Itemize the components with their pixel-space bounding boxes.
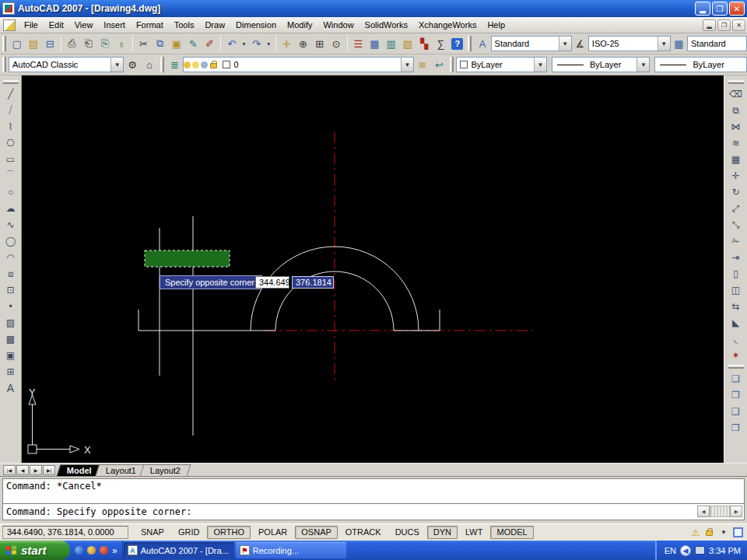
toolbar-grip[interactable] — [468, 36, 472, 51]
quick-launch-icon-1[interactable] — [75, 546, 83, 555]
undo-dropdown-button[interactable]: ▼ — [240, 35, 248, 52]
linetype-combobox[interactable]: ByLayer ▼ — [552, 57, 650, 72]
menu-tools[interactable]: Tools — [169, 18, 200, 32]
cut-button[interactable]: ✂ — [135, 35, 152, 52]
zoom-realtime-button[interactable]: ⊕ — [295, 35, 311, 52]
toolbar-grip[interactable] — [450, 57, 454, 72]
make-block-button[interactable]: ⊡ — [2, 282, 19, 298]
toolbar-grip[interactable] — [728, 80, 744, 84]
menu-solidworks[interactable]: SolidWorks — [359, 18, 413, 32]
dynamic-input-y[interactable]: 376.1814 — [292, 276, 334, 289]
toolbar-grip[interactable] — [728, 365, 744, 369]
trim-button[interactable]: ✁ — [727, 233, 745, 249]
network-icon[interactable] — [695, 546, 705, 555]
hide-icons-button[interactable]: ◀ — [680, 545, 691, 556]
3d-dwf-button[interactable]: ♁ — [113, 35, 129, 52]
line-button[interactable]: ╱ — [2, 86, 19, 102]
explode-button[interactable]: ✶ — [727, 347, 745, 363]
region-button[interactable]: ▣ — [2, 347, 19, 363]
scroll-left-button[interactable]: ◀ — [697, 506, 710, 517]
layer-properties-manager-button[interactable]: ≣ — [167, 56, 184, 73]
text-style-button[interactable]: A — [474, 35, 490, 52]
table-button[interactable]: ⊞ — [2, 363, 19, 380]
scroll-right-button[interactable]: ▶ — [730, 506, 742, 517]
dim-style-combobox[interactable]: ISO-25 ▼ — [588, 36, 671, 51]
stretch-button[interactable]: ⤡ — [727, 216, 745, 233]
redo-button[interactable]: ↷ — [248, 35, 265, 52]
my-workspace-button[interactable]: ⌂ — [141, 56, 158, 73]
toggle-otrack[interactable]: OTRACK — [339, 526, 388, 539]
array-button[interactable]: ▦ — [727, 151, 745, 167]
task-recording[interactable]: ⚑ Recording... — [236, 542, 346, 558]
mirror-button[interactable]: ⋈ — [727, 118, 745, 135]
join-button[interactable]: ⇆ — [727, 298, 745, 314]
multiline-text-button[interactable]: A — [2, 380, 19, 396]
toggle-osnap[interactable]: OSNAP — [295, 526, 338, 539]
ellipse-button[interactable]: ◯ — [2, 233, 19, 249]
erase-button[interactable]: ⌫ — [727, 86, 745, 102]
scroll-track[interactable] — [710, 506, 730, 517]
toolbar-grip[interactable] — [2, 57, 6, 72]
polyline-button[interactable]: ⌇ — [2, 118, 19, 135]
break-at-point-button[interactable]: ▯ — [727, 265, 745, 282]
fillet-button[interactable]: ◟ — [727, 331, 745, 347]
plot-preview-button[interactable]: ⎗ — [80, 35, 96, 52]
quick-launch-icon-3[interactable] — [100, 546, 108, 555]
restore-button[interactable]: ❐ — [712, 2, 728, 16]
designcenter-button[interactable]: ▦ — [366, 35, 383, 52]
construction-line-button[interactable]: ⧸ — [2, 102, 19, 118]
drawing-canvas[interactable]: Y X Specify opposite corner: 344.649 376… — [22, 75, 724, 463]
undo-button[interactable]: ↶ — [223, 35, 240, 52]
menu-xchangeworks[interactable]: XchangeWorks — [413, 18, 482, 32]
clean-screen-button[interactable] — [731, 526, 745, 539]
toolbar-grip[interactable] — [160, 57, 164, 72]
revision-cloud-button[interactable]: ☁ — [2, 200, 19, 216]
arc-button[interactable]: ⌒ — [2, 167, 19, 184]
zoom-window-button[interactable]: ⊞ — [311, 35, 328, 52]
properties-button[interactable]: ☰ — [350, 35, 366, 52]
next-tab-button[interactable]: ▶ — [30, 465, 42, 475]
zoom-previous-button[interactable]: ⊙ — [328, 35, 344, 52]
workspace-settings-button[interactable]: ⚙ — [124, 56, 141, 73]
command-input[interactable]: Command: Specify opposite corner: ◀ ▶ — [2, 503, 745, 520]
toggle-grid[interactable]: GRID — [172, 526, 206, 539]
markup-set-manager-button[interactable]: ▚ — [416, 35, 433, 52]
menu-help[interactable]: Help — [482, 18, 510, 32]
gradient-button[interactable]: ▩ — [2, 331, 19, 347]
bring-to-front-button[interactable]: ❏ — [727, 370, 745, 387]
toggle-lwt[interactable]: LWT — [459, 526, 489, 539]
point-button[interactable]: • — [2, 298, 19, 314]
coordinate-display[interactable]: 344.6490, 376.1814, 0.0000 — [2, 526, 128, 539]
scale-button[interactable]: ⤢ — [727, 200, 745, 216]
combo-arrow-icon[interactable]: ▼ — [658, 37, 670, 51]
block-editor-button[interactable]: ✐ — [202, 35, 218, 52]
menu-window[interactable]: Window — [317, 18, 359, 32]
status-tray-menu-arrow[interactable]: ▼ — [717, 526, 731, 539]
help-button[interactable]: ? — [449, 35, 465, 52]
open-button[interactable]: ▤ — [25, 35, 41, 52]
language-indicator[interactable]: EN — [665, 546, 676, 555]
mdi-restore-button[interactable]: ❐ — [717, 19, 731, 31]
sheet-set-manager-button[interactable]: ▧ — [399, 35, 416, 52]
menu-draw[interactable]: Draw — [199, 18, 230, 32]
menu-dimension[interactable]: Dimension — [230, 18, 282, 32]
toggle-snap[interactable]: SNAP — [135, 526, 170, 539]
combo-arrow-icon[interactable]: ▼ — [110, 58, 123, 72]
combo-arrow-icon[interactable]: ▼ — [401, 58, 413, 72]
color-combobox[interactable]: ByLayer ▼ — [456, 57, 547, 72]
menu-edit[interactable]: Edit — [44, 18, 69, 32]
dynamic-input-x[interactable]: 344.649 — [255, 276, 289, 289]
table-style-combobox[interactable]: Standard — [687, 36, 747, 51]
quickcalc-button[interactable]: ∑ — [433, 35, 449, 52]
send-under-objects-button[interactable]: ❒ — [727, 419, 745, 436]
command-history[interactable]: Command: *Cancel* — [2, 478, 745, 503]
layer-previous-button[interactable]: ↩ — [431, 56, 448, 73]
previous-tab-button[interactable]: ◀ — [16, 465, 29, 475]
toggle-ducs[interactable]: DUCS — [389, 526, 426, 539]
menu-file[interactable]: File — [19, 18, 44, 32]
paste-button[interactable]: ▣ — [168, 35, 184, 52]
combo-arrow-icon[interactable]: ▼ — [534, 58, 546, 72]
circle-button[interactable]: ○ — [2, 184, 19, 200]
toggle-polar[interactable]: POLAR — [252, 526, 293, 539]
publish-button[interactable]: ⎘ — [96, 35, 113, 52]
